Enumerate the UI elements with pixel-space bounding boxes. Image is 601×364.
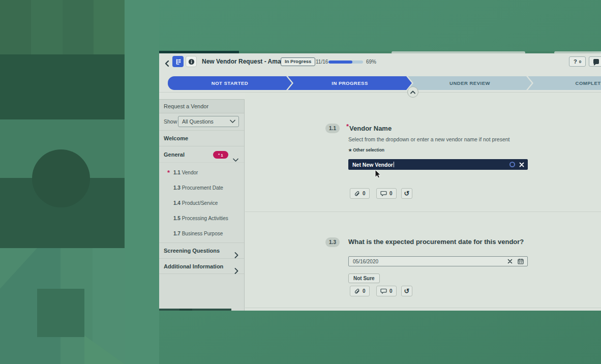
attachment-count: 0 [363, 191, 366, 196]
info-icon [188, 58, 195, 65]
sidebar-item-1-3-procurement-date[interactable]: 1.3 Procurement Date [159, 180, 244, 196]
help-button[interactable]: ? 0 [569, 56, 586, 67]
general-label: General [164, 151, 185, 158]
sidebar-item-1-5-processing-activities[interactable]: 1.5 Processing Activities [159, 211, 244, 226]
collapse-stepper-button[interactable] [407, 86, 418, 98]
attachments-button[interactable]: 0 [350, 286, 370, 296]
comments-button[interactable]: 0 [376, 188, 397, 199]
bg-dark-band [0, 54, 125, 119]
question-number-badge: 1.3 [325, 237, 340, 247]
sidebar-item-screening-questions[interactable]: Screening Questions [159, 242, 244, 258]
sidebar-item-1-1-vendor[interactable]: * 1.1 Vendor [159, 165, 244, 180]
star-icon: ★ [348, 148, 352, 153]
workflow-tree-icon [175, 58, 182, 65]
comments-button[interactable]: 0 [376, 286, 397, 296]
required-asterisk: * [346, 123, 349, 130]
show-label: Show [164, 113, 177, 130]
question-panel: 1.1 *Vendor Name Select from the dropdow… [245, 93, 601, 311]
chevron-up-icon [410, 90, 415, 94]
status-stepper: NOT STARTED IN PROGRESS UNDER REVIEW COM… [168, 76, 601, 90]
clipped-bottom-element [159, 309, 231, 311]
app-surface: New Vendor Request - Amazo... In Progres… [159, 53, 601, 311]
sidebar-item-additional-information[interactable]: Additional Information [159, 258, 244, 274]
general-subitems: * 1.1 Vendor 1.3 Procurement Date 1.4 Pr… [159, 163, 244, 242]
info-button[interactable] [186, 56, 197, 67]
paperclip-icon [354, 288, 360, 294]
question-nav-sidebar: Request a Vendor Show All Questions Welc… [159, 99, 245, 311]
required-count-badge: * 1 [213, 151, 228, 159]
step-in-progress[interactable]: IN PROGRESS [288, 76, 412, 90]
progress-count: 11/16 [316, 53, 328, 70]
paperclip-icon [354, 191, 360, 197]
step-not-started[interactable]: NOT STARTED [168, 76, 292, 90]
comment-flag-icon [593, 59, 599, 64]
annotations-button[interactable]: 0 [589, 56, 601, 67]
app-window: New Vendor Request - Amazo... In Progres… [159, 51, 601, 311]
chevron-right-icon [234, 264, 238, 280]
attachment-count: 0 [363, 288, 366, 294]
question-mark-icon: ? [574, 58, 577, 65]
history-button[interactable]: ↺ [401, 286, 412, 296]
clear-icon[interactable] [507, 259, 513, 264]
progress-bar [328, 60, 363, 64]
question-number-badge: 1.1 [325, 124, 340, 133]
question-filter-select[interactable]: All Questions [178, 116, 239, 127]
bg-triangle [0, 248, 37, 289]
not-sure-button[interactable]: Not Sure [348, 274, 380, 283]
sidebar-item-1-4-product-service[interactable]: 1.4 Product/Service [159, 196, 244, 211]
back-button[interactable] [164, 60, 170, 67]
sidebar-title: Request a Vendor [159, 100, 244, 113]
filter-value: All Questions [182, 118, 214, 125]
sidebar-item-general[interactable]: General * 1 [159, 146, 244, 163]
help-count: 0 [579, 59, 581, 64]
step-under-review[interactable]: UNDER REVIEW [408, 76, 532, 90]
progress-fill [328, 60, 352, 64]
question-title: *Vendor Name [346, 125, 392, 132]
show-filter-row: Show All Questions [159, 113, 244, 130]
attachments-button[interactable]: 0 [350, 188, 370, 199]
required-marker-icon: * [167, 165, 170, 180]
other-selection-label: ★Other selection [348, 147, 384, 153]
text-caret [394, 162, 394, 167]
progress-percent: 69% [366, 53, 376, 70]
comment-icon [380, 191, 387, 197]
question-divider [245, 211, 601, 212]
comment-count: 0 [389, 288, 393, 294]
vendor-name-input[interactable]: Net New Vendor [348, 159, 528, 170]
history-button[interactable]: ↺ [401, 188, 412, 199]
history-icon: ↺ [404, 288, 410, 294]
required-star-icon: * [218, 153, 220, 157]
chevron-down-icon [230, 119, 235, 124]
question-divider [245, 308, 601, 308]
step-complete[interactable]: COMPLETE [528, 76, 601, 90]
sidebar-item-1-7-business-purpose[interactable]: 1.7 Business Purpose [159, 226, 244, 241]
page-title: New Vendor Request - Amazo... [202, 53, 293, 70]
sidebar-item-welcome[interactable]: Welcome [159, 130, 244, 146]
bg-side-band [125, 0, 159, 364]
bg-circle [32, 149, 90, 207]
bg-stripes [0, 0, 125, 54]
status-badge: In Progress [281, 57, 315, 66]
comment-icon [380, 288, 387, 294]
mouse-cursor [375, 170, 381, 180]
workflow-tree-button[interactable] [172, 56, 184, 67]
bg-triangle [84, 336, 125, 364]
header-bar: New Vendor Request - Amazo... In Progres… [159, 53, 601, 74]
clear-icon[interactable] [519, 162, 524, 167]
comment-count: 0 [389, 191, 393, 196]
history-icon: ↺ [404, 190, 410, 197]
bg-square [37, 289, 84, 337]
calendar-icon[interactable] [518, 258, 524, 264]
question-subtitle: Select from the dropdown or enter a new … [348, 136, 510, 142]
question-title: What is the expected procurement date fo… [348, 238, 524, 246]
procurement-date-input[interactable]: 05/16/2020 [348, 256, 528, 266]
loading-ring-icon [509, 162, 515, 167]
